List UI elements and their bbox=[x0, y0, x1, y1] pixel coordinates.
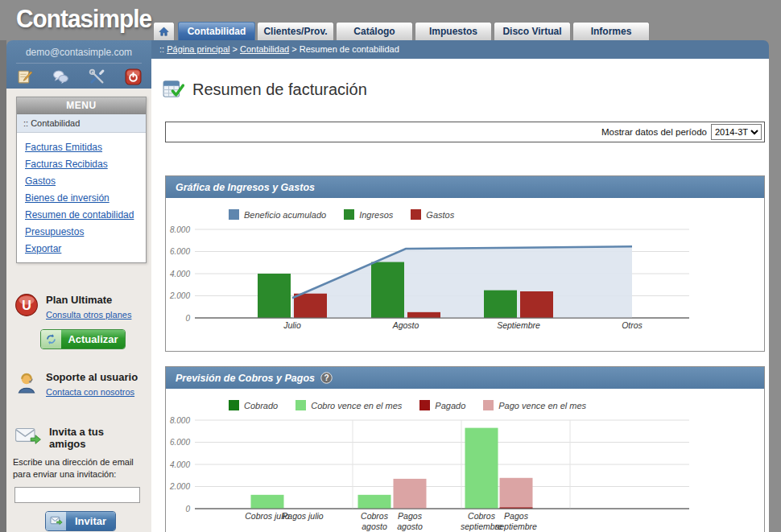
svg-text:Pagos: Pagos bbox=[398, 511, 423, 521]
chart2-title: Previsión de Cobros y Pagos bbox=[176, 373, 315, 384]
svg-text:Agosto: Agosto bbox=[392, 320, 419, 330]
invite-title: Invita a tus amigos bbox=[49, 425, 134, 451]
legend-item-cobrado: Cobrado bbox=[229, 400, 278, 410]
svg-text:0: 0 bbox=[185, 314, 190, 323]
bar-pago-vence-en-el-mes-pagos-agosto bbox=[394, 479, 427, 509]
chart-panel-cobros-pagos: Previsión de Cobros y Pagos ? CobradoCob… bbox=[165, 366, 765, 532]
svg-text:4.000: 4.000 bbox=[170, 270, 190, 278]
tab-bar: ContabilidadClientes/Prov.CatálogoImpues… bbox=[153, 22, 650, 40]
legend-label: Cobro vence en el mes bbox=[311, 401, 402, 410]
bar-ingresos-agosto bbox=[371, 262, 404, 318]
sync-icon bbox=[45, 333, 57, 345]
breadcrumb-item-resumen-de-contabilidad: Resumen de contabilidad bbox=[300, 44, 399, 54]
svg-text:2.000: 2.000 bbox=[169, 291, 190, 300]
support-title: Soporte al usuario bbox=[46, 370, 138, 384]
svg-text:Septiembre: Septiembre bbox=[497, 320, 540, 330]
menu-section-contabilidad: :: Contabilidad bbox=[17, 114, 146, 133]
legend-item-pago-vence-en-el-mes: Pago vence en el mes bbox=[483, 400, 586, 410]
sidebar-item-bienes-de-inversi-n[interactable]: Bienes de inversión bbox=[17, 187, 146, 204]
legend-swatch bbox=[344, 209, 354, 220]
send-mail-icon bbox=[50, 515, 63, 526]
tab-contabilidad[interactable]: Contabilidad bbox=[178, 22, 255, 40]
sidebar: MENU :: Contabilidad Facturas EmitidasFa… bbox=[6, 89, 151, 532]
legend-item-beneficio-acumulado: Beneficio acumulado bbox=[229, 209, 326, 220]
menu-title: MENU bbox=[17, 97, 146, 114]
breadcrumb-item-p-gina-principal[interactable]: Página principal bbox=[167, 44, 229, 54]
tools-icon[interactable] bbox=[89, 68, 105, 85]
svg-text:Pagos julio: Pagos julio bbox=[282, 511, 324, 521]
quick-toolbar bbox=[6, 64, 151, 85]
help-icon[interactable]: ? bbox=[320, 372, 333, 384]
invite-email-input[interactable] bbox=[14, 487, 140, 503]
tab-home[interactable] bbox=[153, 22, 175, 40]
support-contact-link[interactable]: Contacta con nosotros bbox=[46, 387, 134, 397]
invitar-button-label: Invitar bbox=[66, 512, 115, 530]
sidebar-item-presupuestos[interactable]: Presupuestos bbox=[17, 221, 146, 237]
breadcrumb-item-contabilidad[interactable]: Contabilidad bbox=[240, 44, 289, 54]
chart1-header: Gráfica de Ingresos y Gastos bbox=[166, 176, 764, 198]
chart2-header: Previsión de Cobros y Pagos ? bbox=[166, 367, 764, 389]
chart-cobros-pagos: 02.0004.0006.0008.000Cobros julioPagos j… bbox=[166, 417, 762, 532]
bar-ingresos-septiembre bbox=[484, 291, 517, 318]
legend-label: Pago vence en el mes bbox=[498, 401, 586, 410]
svg-text:Otros: Otros bbox=[622, 320, 643, 330]
tab-clientes-prov[interactable]: Clientes/Prov. bbox=[257, 22, 334, 40]
invite-section: Invita a tus amigos Escribe una direcció… bbox=[6, 425, 151, 531]
chart-ingresos-gastos: 02.0004.0006.0008.000JulioAgostoSeptiemb… bbox=[166, 226, 762, 343]
legend-label: Cobrado bbox=[244, 401, 278, 410]
bar-cobro-vence-en-el-mes-cobros-julio bbox=[251, 495, 284, 509]
plan-badge-letter: U bbox=[22, 298, 31, 312]
chart1-legend: Beneficio acumuladoIngresosGastos bbox=[229, 209, 764, 220]
svg-text:agosto: agosto bbox=[362, 522, 387, 531]
page-title: Resumen de facturación bbox=[192, 80, 367, 99]
legend-item-pagado: Pagado bbox=[419, 400, 465, 410]
bar-gastos-septiembre bbox=[520, 291, 553, 318]
svg-text:Cobros: Cobros bbox=[361, 511, 389, 521]
menu-links: Facturas EmitidasFacturas RecibidasGasto… bbox=[17, 133, 146, 262]
period-select[interactable]: 2014-3T bbox=[711, 124, 762, 140]
bar-gastos-agosto bbox=[407, 312, 440, 318]
tab-cat-logo[interactable]: Catálogo bbox=[336, 22, 413, 40]
legend-swatch bbox=[411, 209, 421, 220]
billing-summary-icon bbox=[163, 79, 184, 100]
breadcrumb-separator: > bbox=[289, 44, 300, 54]
invitar-button[interactable]: Invitar bbox=[45, 511, 116, 531]
svg-text:agosto: agosto bbox=[397, 522, 423, 531]
page-title-row: Resumen de facturación bbox=[163, 79, 367, 100]
svg-text:0: 0 bbox=[185, 505, 190, 513]
bar-cobro-vence-en-el-mes-cobros-agosto bbox=[358, 495, 391, 509]
user-email: demo@contasimple.com bbox=[6, 40, 151, 58]
chat-icon[interactable] bbox=[52, 68, 69, 85]
legend-label: Beneficio acumulado bbox=[244, 210, 326, 220]
svg-text:8.000: 8.000 bbox=[170, 226, 190, 234]
svg-text:Cobros: Cobros bbox=[468, 511, 496, 521]
legend-label: Pagado bbox=[435, 401, 465, 410]
period-bar: Mostrar datos del período 2014-3T bbox=[165, 122, 765, 142]
help-icon-glyph: ? bbox=[324, 373, 329, 382]
sidebar-item-gastos[interactable]: Gastos bbox=[17, 170, 146, 187]
sidebar-item-facturas-emitidas[interactable]: Facturas Emitidas bbox=[17, 136, 146, 153]
sidebar-item-facturas-recibidas[interactable]: Facturas Recibidas bbox=[17, 153, 146, 170]
invite-envelope-icon bbox=[14, 425, 42, 447]
left-edge-strip bbox=[0, 40, 6, 532]
svg-text:2.000: 2.000 bbox=[169, 482, 190, 491]
power-icon[interactable] bbox=[125, 68, 142, 85]
breadcrumb-separator: > bbox=[229, 44, 240, 54]
area-beneficio-acumulado bbox=[292, 246, 632, 318]
main-content: Resumen de facturación Mostrar datos del… bbox=[151, 59, 769, 532]
tab-impuestos[interactable]: Impuestos bbox=[415, 22, 492, 40]
app: Contasimple ContabilidadClientes/Prov.Ca… bbox=[0, 0, 781, 532]
sidebar-item-exportar[interactable]: Exportar bbox=[17, 237, 146, 254]
bar-cobro-vence-en-el-mes-cobros-septiembre bbox=[465, 428, 498, 509]
legend-swatch bbox=[229, 209, 239, 220]
actualizar-button[interactable]: Actualizar bbox=[40, 329, 126, 349]
chart-panel-ingresos-gastos: Gráfica de Ingresos y Gastos Beneficio a… bbox=[165, 175, 765, 352]
sidebar-item-resumen-de-contabilidad[interactable]: Resumen de contabilidad bbox=[17, 204, 146, 221]
tab-disco-virtual[interactable]: Disco Virtual bbox=[494, 22, 571, 40]
legend-swatch bbox=[295, 400, 306, 410]
notes-icon[interactable] bbox=[16, 68, 33, 85]
plan-other-plans-link[interactable]: Consulta otros planes bbox=[46, 310, 131, 320]
svg-text:septiembre: septiembre bbox=[495, 522, 537, 531]
tab-informes[interactable]: Informes bbox=[572, 22, 650, 40]
legend-label: Gastos bbox=[426, 210, 454, 220]
